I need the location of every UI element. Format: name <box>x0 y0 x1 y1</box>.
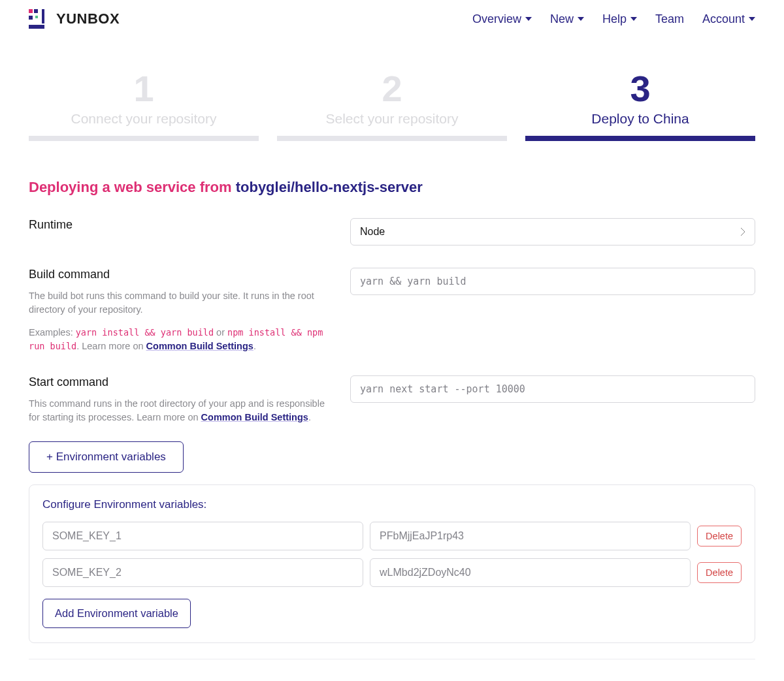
step-1-label: Connect your repository <box>29 111 259 127</box>
step-1-number: 1 <box>29 71 259 107</box>
build-command-examples: Examples: yarn install && yarn build or … <box>29 326 335 353</box>
divider <box>29 659 755 659</box>
stepper: 1 Connect your repository 2 Select your … <box>29 71 755 141</box>
heading-repo: tobyglei/hello-nextjs-server <box>236 179 423 195</box>
logo-icon <box>29 9 52 29</box>
build-command-help: The build bot runs this command to build… <box>29 289 335 317</box>
env-value-input[interactable] <box>370 522 691 550</box>
nav-account[interactable]: Account <box>702 12 755 26</box>
logo[interactable]: YUNBOX <box>29 9 120 29</box>
start-command-label: Start command <box>29 375 335 389</box>
env-panel: Configure Environment variables: Delete … <box>29 484 755 643</box>
env-variables-toggle[interactable]: + Environment variables <box>29 441 184 473</box>
nav-help[interactable]: Help <box>602 12 637 26</box>
step-1-bar <box>29 136 259 141</box>
logo-text: YUNBOX <box>56 10 120 27</box>
chevron-down-icon <box>749 17 755 21</box>
step-2-label: Select your repository <box>277 111 507 127</box>
env-key-input[interactable] <box>42 522 363 550</box>
chevron-down-icon <box>630 17 637 21</box>
build-command-label: Build command <box>29 268 335 281</box>
step-2[interactable]: 2 Select your repository <box>277 71 507 141</box>
add-env-variable-button[interactable]: Add Environment variable <box>42 599 191 628</box>
step-3[interactable]: 3 Deploy to China <box>525 71 755 141</box>
start-command-help: This command runs in the root directory … <box>29 397 335 424</box>
nav-team[interactable]: Team <box>655 12 684 26</box>
env-delete-button[interactable]: Delete <box>697 562 742 583</box>
chevron-down-icon <box>578 17 584 21</box>
build-command-input[interactable] <box>350 268 755 295</box>
svg-rect-1 <box>34 9 38 13</box>
env-key-input[interactable] <box>42 558 363 587</box>
start-command-input[interactable] <box>350 375 755 403</box>
common-build-settings-link-2[interactable]: Common Build Settings <box>201 412 308 422</box>
nav-team-label: Team <box>655 12 684 26</box>
page-heading: Deploying a web service from tobyglei/he… <box>29 179 755 196</box>
nav-overview[interactable]: Overview <box>472 12 532 26</box>
heading-prefix: Deploying a web service from <box>29 179 236 195</box>
svg-rect-3 <box>29 16 33 20</box>
env-panel-title: Configure Environment variables: <box>42 498 742 511</box>
svg-rect-4 <box>35 16 38 18</box>
common-build-settings-link[interactable]: Common Build Settings <box>146 341 253 351</box>
step-1[interactable]: 1 Connect your repository <box>29 71 259 141</box>
step-3-number: 3 <box>525 71 755 107</box>
svg-rect-5 <box>29 25 44 29</box>
top-nav: Overview New Help Team Account <box>472 12 755 26</box>
step-3-label: Deploy to China <box>525 111 755 127</box>
runtime-select[interactable]: Node <box>350 218 755 245</box>
step-2-bar <box>277 136 507 141</box>
svg-rect-0 <box>29 9 33 13</box>
env-delete-button[interactable]: Delete <box>697 526 742 546</box>
step-3-bar <box>525 136 755 141</box>
chevron-down-icon <box>525 17 532 21</box>
runtime-label: Runtime <box>29 218 335 232</box>
nav-account-label: Account <box>702 12 745 26</box>
step-2-number: 2 <box>277 71 507 107</box>
svg-rect-2 <box>42 9 44 24</box>
env-value-input[interactable] <box>370 558 691 587</box>
nav-help-label: Help <box>602 12 627 26</box>
nav-new[interactable]: New <box>550 12 584 26</box>
env-row: Delete <box>42 522 742 550</box>
nav-new-label: New <box>550 12 574 26</box>
env-row: Delete <box>42 558 742 587</box>
nav-overview-label: Overview <box>472 12 521 26</box>
runtime-value: Node <box>360 226 385 238</box>
